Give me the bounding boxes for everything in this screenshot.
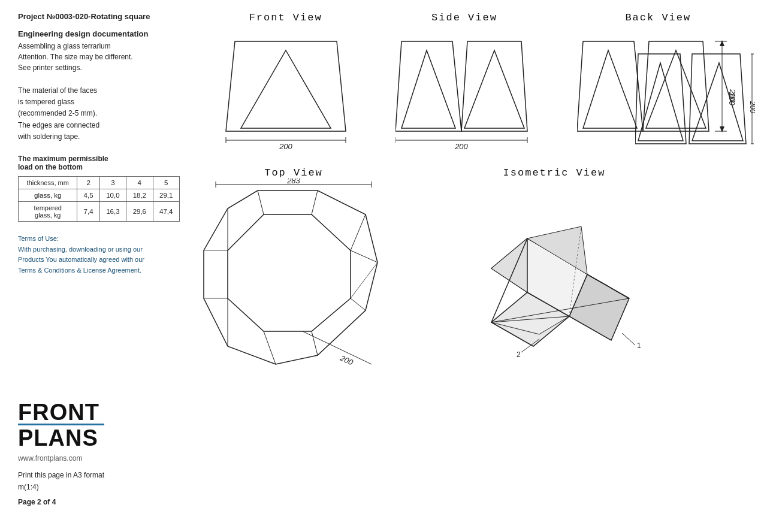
svg-marker-26 — [228, 214, 351, 331]
terms-section: Terms of Use: With purchasing, downloadi… — [18, 234, 204, 276]
front-view-block: Front View 200 — [220, 12, 352, 161]
svg-marker-15 — [583, 50, 637, 128]
top-view-label: Top View — [264, 167, 323, 179]
svg-marker-1 — [241, 50, 331, 128]
svg-line-43 — [303, 331, 372, 364]
svg-line-27 — [258, 191, 264, 214]
svg-text:200: 200 — [279, 142, 292, 151]
svg-marker-8 — [461, 41, 527, 131]
svg-marker-7 — [401, 50, 455, 128]
back-view-fixed-svg: 200 — [635, 39, 755, 177]
project-title: Project №0003-020-Rotating square — [18, 12, 204, 21]
svg-text:200: 200 — [748, 101, 755, 113]
svg-marker-25 — [204, 191, 378, 364]
page-number: Page 2 of 4 — [18, 497, 104, 508]
terms-link[interactable]: Terms & Conditions — [18, 267, 75, 274]
svg-line-29 — [351, 214, 366, 250]
load-title: The maximum permissibleload on the botto… — [18, 155, 204, 171]
print-info: Print this page in A3 format m(1:4) Page… — [18, 470, 104, 508]
isometric-view-block: Isometric View — [461, 167, 647, 358]
logo-front: FRONT — [18, 401, 104, 424]
svg-text:283: 283 — [286, 179, 300, 185]
svg-marker-61 — [638, 63, 683, 141]
eng-desc: Assembling a glass terrarium Attention. … — [18, 41, 204, 73]
svg-line-28 — [312, 191, 318, 214]
svg-text:2: 2 — [517, 350, 521, 358]
side-view-svg: 200 — [395, 23, 533, 161]
svg-marker-63 — [692, 63, 743, 141]
license-link[interactable]: License Agreement. — [83, 267, 141, 274]
back-view-label: Back View — [625, 12, 691, 23]
front-view-label: Front View — [249, 12, 322, 23]
svg-marker-60 — [635, 54, 686, 144]
logo-section: FRONT PLANS www.frontplans.com Print thi… — [18, 401, 104, 508]
material-desc: The material of the faces is tempered gl… — [18, 85, 204, 143]
logo-plans: PLANS — [18, 424, 104, 449]
svg-line-34 — [264, 331, 276, 364]
side-view-block: Side View 200 — [395, 12, 533, 161]
front-view-svg: 200 — [220, 23, 352, 161]
svg-line-30 — [351, 250, 378, 262]
side-view-label: Side View — [431, 12, 497, 23]
isometric-view-label: Isometric View — [503, 167, 606, 179]
svg-marker-9 — [464, 50, 524, 128]
load-table: thickness, mm 2 3 4 5 glass, kg 4,5 10,0… — [18, 176, 180, 222]
svg-text:1: 1 — [637, 341, 641, 350]
svg-marker-48 — [491, 238, 527, 292]
website: www.frontplans.com — [18, 454, 104, 463]
svg-line-32 — [351, 298, 366, 310]
eng-doc-title: Engineering design documentation — [18, 29, 204, 38]
svg-text:200: 200 — [454, 142, 468, 151]
isometric-view-svg: 2 1 — [461, 179, 647, 358]
svg-line-33 — [312, 331, 318, 355]
top-view-block: Top View — [198, 167, 389, 382]
top-view-svg: 283 200 — [198, 179, 389, 382]
svg-marker-0 — [226, 41, 346, 131]
svg-line-58 — [622, 333, 635, 345]
